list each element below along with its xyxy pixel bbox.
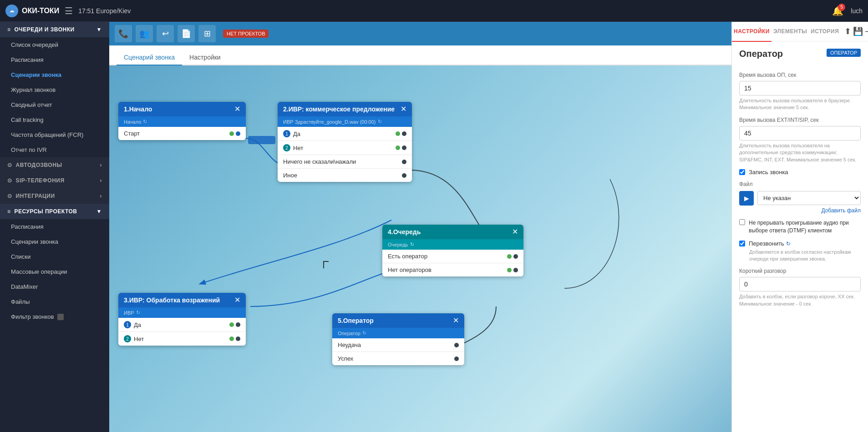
sidebar-item-summary-report[interactable]: Сводный отчет bbox=[0, 97, 109, 112]
node-ivr2-sub-label: ИВР bbox=[124, 310, 134, 316]
sidebar-item-datamixer[interactable]: DataMixer bbox=[0, 279, 109, 294]
sidebar-section-queues[interactable]: ≡ ОЧЕРЕДИ И ЗВОНКИ ▼ bbox=[0, 22, 109, 37]
refresh-icon-ivr2: ↻ bbox=[136, 310, 140, 316]
sidebar-item-call-tracking[interactable]: Call tracking bbox=[0, 112, 109, 127]
node-operator-body: Неудача Успех bbox=[332, 338, 464, 365]
node-operator-close[interactable]: ✕ bbox=[453, 317, 459, 324]
right-panel-content: Оператор ОПЕРАТОР Время вызова ОП, сек Д… bbox=[732, 41, 868, 432]
node-ivr1-title: 2.ИВР: коммерческое предложение bbox=[283, 105, 395, 113]
content-area: 📞 👥 ↩ 📄 ⊞ НЕТ ПРОЕКТОВ Сценарий звонка Н… bbox=[109, 22, 731, 432]
sidebar-item-mass-ops-label: Массовые операции bbox=[11, 268, 67, 275]
node-ivr2-net-ports bbox=[229, 337, 240, 341]
sidebar-item-call-filter[interactable]: Фильтр звонков bbox=[0, 309, 109, 324]
node-queue-close[interactable]: ✕ bbox=[512, 228, 518, 236]
tabs-bar: Сценарий звонка Настройки bbox=[109, 45, 731, 65]
node-queue-noop-ports bbox=[507, 268, 518, 272]
sidebar-item-summary-report-label: Сводный отчет bbox=[11, 101, 52, 108]
node-start[interactable]: 1.Начало ✕ Начало ↻ Старт bbox=[118, 102, 246, 140]
sidebar-item-res-scenarios[interactable]: Сценарии звонка bbox=[0, 234, 109, 249]
no-interrupt-checkbox[interactable] bbox=[739, 219, 745, 225]
sidebar-section-sip[interactable]: ⊙ SIP-ТЕЛЕФОНИЯ › bbox=[0, 173, 109, 188]
node-queue-header: 4.Очередь ✕ bbox=[382, 225, 523, 239]
node-ivr1[interactable]: 2.ИВР: коммерческое предложение ✕ ИВР Зд… bbox=[278, 102, 412, 182]
right-tab-history[interactable]: ИСТОРИЯ bbox=[809, 22, 841, 42]
flow-canvas-wrapper[interactable]: 1.Начало ✕ Начало ↻ Старт bbox=[109, 65, 731, 432]
notifications-bell[interactable]: 🔔 5 bbox=[832, 5, 843, 16]
sip-icon: ⊙ bbox=[7, 177, 12, 184]
document-button[interactable]: 📄 bbox=[178, 25, 195, 42]
node-ivr1-nothing-ports bbox=[402, 160, 406, 164]
autodial-icon: ⊙ bbox=[7, 162, 12, 168]
node-operator[interactable]: 5.Оператор ✕ Оператор ↻ Неудача bbox=[332, 313, 464, 365]
sidebar-item-call-scenarios-label: Сценарии звонка bbox=[11, 71, 61, 78]
people-button[interactable]: 👥 bbox=[136, 25, 153, 42]
add-file-link[interactable]: Добавить файл bbox=[739, 207, 861, 214]
success-label: Успех bbox=[338, 355, 353, 362]
panel-title: Оператор bbox=[739, 49, 783, 59]
short-call-label: Короткий разговор bbox=[739, 268, 861, 274]
sidebar-item-list-queues[interactable]: Список очередей bbox=[0, 37, 109, 52]
phone-button[interactable]: 📞 bbox=[115, 25, 132, 42]
play-button[interactable]: ▶ bbox=[739, 191, 754, 206]
sidebar-section-resources-label: РЕСУРСЫ ПРОЕКТОВ bbox=[15, 208, 77, 215]
callback-checkbox-row: Перезвонить ↻ bbox=[739, 240, 861, 247]
short-call-note: Добавить в колбэк, если разговор короче,… bbox=[739, 293, 861, 307]
logout-button[interactable]: ⇥ bbox=[865, 26, 868, 36]
sidebar-item-mass-ops[interactable]: Массовые операции bbox=[0, 264, 109, 279]
node-operator-row-success: Успех bbox=[332, 352, 464, 365]
record-checkbox[interactable] bbox=[739, 169, 745, 175]
node-ivr1-close[interactable]: ✕ bbox=[401, 105, 406, 113]
sidebar-item-res-scenarios-label: Сценарии звонка bbox=[11, 238, 58, 245]
port-dark-ivr2-da-r bbox=[236, 322, 240, 327]
noop-label: Нет операторов bbox=[388, 266, 431, 273]
sidebar-item-ivr-report-label: Отчет по IVR bbox=[11, 146, 47, 153]
sidebar-item-schedule[interactable]: Расписания bbox=[0, 52, 109, 67]
sidebar-item-call-log[interactable]: Журнал звонков bbox=[0, 82, 109, 97]
no-interrupt-row: Не прерывать проигрывание аудио при выбо… bbox=[739, 219, 861, 235]
right-panel: НАСТРОЙКИ ЭЛЕМЕНТЫ ИСТОРИЯ ⬆ 💾 ⇥ Операто… bbox=[731, 22, 868, 432]
hamburger-menu-icon[interactable]: ☰ bbox=[65, 5, 73, 16]
sidebar-item-res-schedule[interactable]: Расписания bbox=[0, 219, 109, 234]
refresh-icon-callback: ↻ bbox=[786, 241, 791, 247]
sidebar-item-lists[interactable]: Списки bbox=[0, 249, 109, 264]
sidebar-item-fcr[interactable]: Частота обращений (FCR) bbox=[0, 127, 109, 142]
history-button[interactable]: ↩ bbox=[157, 25, 174, 42]
refresh-icon-queue: ↻ bbox=[410, 241, 414, 247]
sidebar-section-resources[interactable]: ≡ РЕСУРСЫ ПРОЕКТОВ ▼ bbox=[0, 204, 109, 219]
other-label: Иное bbox=[283, 172, 297, 179]
call-time-ext-input[interactable] bbox=[739, 126, 861, 141]
sidebar-section-autodial[interactable]: ⊙ АВТОДОЗВОНЫ › bbox=[0, 157, 109, 173]
save-button[interactable]: 💾 bbox=[853, 26, 863, 36]
node-ivr2-close[interactable]: ✕ bbox=[234, 296, 240, 304]
callback-checkbox[interactable] bbox=[739, 241, 745, 246]
ivr2-da-label: Да bbox=[134, 321, 141, 328]
refresh-icon-ivr1: ↻ bbox=[378, 119, 382, 125]
right-tab-elements[interactable]: ЭЛЕМЕНТЫ bbox=[772, 22, 809, 42]
node-queue[interactable]: 4.Очередь ✕ Очередь ↻ Есть оператор bbox=[382, 225, 523, 276]
copy-button[interactable]: ⊞ bbox=[198, 25, 216, 42]
sidebar-section-integrations[interactable]: ⊙ ИНТЕГРАЦИИ › bbox=[0, 188, 109, 204]
tab-settings[interactable]: Настройки bbox=[182, 50, 228, 65]
sidebar-item-list-queues-label: Список очередей bbox=[11, 41, 58, 48]
sidebar-item-fcr-label: Частота обращений (FCR) bbox=[11, 131, 83, 138]
node-queue-op-ports bbox=[507, 254, 518, 259]
file-select[interactable]: Не указан bbox=[757, 191, 861, 205]
op-label: Есть оператор bbox=[388, 253, 427, 260]
short-call-input[interactable] bbox=[739, 277, 861, 291]
call-time-op-note: Длительность вызова пользователя в брауз… bbox=[739, 97, 861, 111]
node-start-close[interactable]: ✕ bbox=[234, 105, 240, 113]
node-start-row-start: Старт bbox=[118, 127, 246, 140]
upload-button[interactable]: ⬆ bbox=[844, 26, 851, 36]
sidebar-item-call-scenarios[interactable]: Сценарии звонка bbox=[0, 67, 109, 82]
right-tab-settings[interactable]: НАСТРОЙКИ bbox=[732, 22, 772, 42]
call-time-op-input[interactable] bbox=[739, 81, 861, 95]
port-dark-fail bbox=[454, 343, 459, 347]
sidebar-item-ivr-report[interactable]: Отчет по IVR bbox=[0, 142, 109, 157]
tab-scenario[interactable]: Сценарий звонка bbox=[117, 50, 182, 65]
port-dark-net bbox=[402, 146, 406, 150]
node-ivr1-row-nothing: Ничего не сказали\нажали bbox=[278, 155, 412, 168]
node-ivr2[interactable]: 3.ИВР: Обработка возражений ✕ ИВР ↻ 1 Да bbox=[118, 293, 246, 346]
sidebar-item-files[interactable]: Файлы bbox=[0, 294, 109, 309]
file-label: Файл bbox=[739, 181, 861, 187]
port-dark-da-r bbox=[402, 131, 406, 136]
